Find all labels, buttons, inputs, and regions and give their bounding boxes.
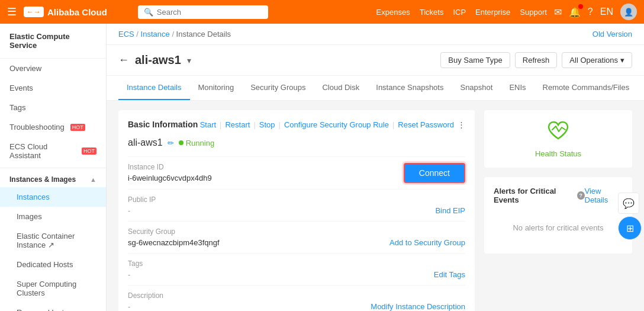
edit-name-icon[interactable]: ✏ (168, 139, 174, 148)
tab-remote-commands[interactable]: Remote Commands/Files (534, 76, 638, 100)
field-tags: Tags - Edit Tags (128, 253, 465, 285)
sidebar-item-ecs-cloud-assistant[interactable]: ECS Cloud Assistant HOT (0, 137, 106, 165)
modify-description-action[interactable]: Modify Instance Description (371, 302, 465, 311)
add-security-group-action[interactable]: Add to Security Group (389, 238, 465, 247)
grid-float-button[interactable]: ⊞ (618, 216, 642, 240)
email-icon[interactable]: ✉ (554, 7, 562, 18)
instances-images-children: Instances Images Elastic Container Insta… (0, 186, 106, 311)
sidebar: Elastic Compute Service Overview Events … (0, 24, 107, 311)
page-title: ali-aws1 (135, 53, 181, 67)
tags-value: - (128, 270, 143, 279)
restart-action[interactable]: Restart (225, 120, 250, 129)
breadcrumb-sep-1: / (136, 30, 140, 39)
tab-snapshot[interactable]: Snapshot (452, 76, 501, 100)
sidebar-item-events[interactable]: Events (0, 78, 106, 98)
tab-instance-details[interactable]: Instance Details (118, 76, 190, 100)
reset-password-action[interactable]: Reset Password (398, 120, 454, 129)
avatar[interactable]: 👤 (620, 4, 637, 20)
instances-images-section[interactable]: Instances & Images ▲ (0, 171, 106, 186)
tab-security-groups[interactable]: Security Groups (242, 76, 314, 100)
page-title-row: ← ali-aws1 ▾ (118, 53, 191, 67)
tags-label: Tags (128, 259, 143, 268)
content-main: Basic Information Start | Restart | Stop… (118, 110, 475, 311)
description-value: - (128, 302, 163, 311)
header-actions: Buy Same Type Refresh All Operations ▾ (440, 52, 632, 68)
sidebar-item-instances[interactable]: Instances (0, 187, 106, 207)
field-instance-id: Instance ID i-6weinlugc6vcvdpx4dh9 Conne… (128, 156, 465, 189)
tab-instance-snapshots[interactable]: Instance Snapshots (368, 76, 452, 100)
back-button[interactable]: ← (118, 54, 129, 66)
content-side: Health Status Alerts for Critical Events… (484, 110, 632, 311)
main-content: ECS / Instance / Instance Details Old Ve… (107, 24, 644, 311)
hamburger-menu[interactable]: ☰ (7, 5, 17, 18)
breadcrumb-ecs[interactable]: ECS (118, 30, 134, 39)
tab-cloud-disk[interactable]: Cloud Disk (314, 76, 368, 100)
search-bar[interactable]: 🔍 (138, 5, 268, 19)
notification-icon[interactable]: 🔔 (569, 7, 581, 18)
alerts-info-icon[interactable]: ? (577, 191, 585, 200)
breadcrumb-instance[interactable]: Instance (141, 30, 170, 39)
description-label: Description (128, 291, 163, 300)
sidebar-item-super-computing[interactable]: Super Computing Clusters (0, 274, 106, 303)
help-icon[interactable]: ? (588, 7, 593, 17)
security-group-value: sg-6wecnazcbipm4e3fqngf (128, 238, 220, 247)
refresh-button[interactable]: Refresh (515, 52, 558, 68)
content-area: Basic Information Start | Restart | Stop… (107, 101, 644, 311)
nav-support[interactable]: Support (520, 8, 547, 17)
collapse-instances-icon[interactable]: ▲ (90, 176, 96, 183)
status-dot (179, 140, 183, 145)
edit-tags-action[interactable]: Edit Tags (434, 270, 465, 279)
sidebar-item-elastic-container[interactable]: Elastic Container Instance ↗ (0, 226, 106, 255)
logo: ←→ Alibaba Cloud (24, 7, 107, 17)
chat-float-button[interactable]: 💬 (618, 193, 639, 214)
sidebar-item-reserved-instances[interactable]: Reserved Instances (0, 303, 106, 311)
sidebar-item-troubleshooting[interactable]: Troubleshooting HOT (0, 117, 106, 137)
status-badge: Running (179, 139, 214, 148)
sidebar-title: Elastic Compute Service (0, 24, 106, 59)
sidebar-item-overview[interactable]: Overview (0, 59, 106, 78)
health-icon (494, 120, 623, 146)
health-label: Health Status (494, 149, 623, 158)
all-operations-icon: ▾ (620, 56, 624, 65)
basic-info-card: Basic Information Start | Restart | Stop… (118, 110, 475, 311)
field-public-ip: Public IP - Bind EIP (128, 189, 465, 221)
lang-switcher[interactable]: EN (600, 7, 613, 17)
nav-icp[interactable]: ICP (453, 8, 466, 17)
logo-text: Alibaba Cloud (47, 7, 107, 17)
nav-enterprise[interactable]: Enterprise (475, 8, 510, 17)
search-input[interactable] (157, 8, 257, 17)
field-security-group: Security Group sg-6wecnazcbipm4e3fqngf A… (128, 221, 465, 253)
elastic-container-label: Elastic Container Instance ↗ (17, 232, 96, 249)
sidebar-item-dedicated-hosts[interactable]: Dedicated Hosts (0, 255, 106, 274)
instance-id-label: Instance ID (128, 163, 212, 171)
buy-same-type-button[interactable]: Buy Same Type (440, 52, 510, 68)
alerts-card: Alerts for Critical Events ? View Detail… (484, 177, 632, 254)
sidebar-item-tags[interactable]: Tags (0, 98, 106, 117)
instance-name-row: ali-aws1 ✏ Running (128, 137, 465, 148)
events-label: Events (9, 84, 33, 92)
connect-button[interactable]: Connect (404, 163, 465, 183)
stop-action[interactable]: Stop (259, 120, 275, 129)
old-version[interactable]: Old Version (593, 30, 632, 39)
view-details-link[interactable]: View Details (585, 187, 623, 204)
connect-btn-wrap: Connect (404, 163, 465, 183)
all-operations-button[interactable]: All Operations ▾ (562, 52, 632, 68)
nav-icons: ✉ 🔔 ? EN 👤 (554, 4, 637, 20)
start-action[interactable]: Start (200, 120, 216, 129)
hot-badge-2: HOT (82, 148, 96, 155)
more-actions-icon[interactable]: ⋮ (458, 120, 465, 129)
tab-enis[interactable]: ENIs (501, 76, 534, 100)
logo-icon: ←→ (24, 7, 44, 17)
tab-monitoring[interactable]: Monitoring (190, 76, 243, 100)
dedicated-hosts-label: Dedicated Hosts (17, 260, 73, 269)
nav-tickets[interactable]: Tickets (420, 8, 444, 17)
bind-eip-action[interactable]: Bind EIP (435, 206, 465, 215)
overview-label: Overview (9, 64, 41, 73)
nav-expenses[interactable]: Expenses (376, 8, 410, 17)
sidebar-item-images[interactable]: Images (0, 207, 106, 226)
title-dropdown-icon[interactable]: ▾ (187, 56, 191, 65)
hot-badge: HOT (70, 124, 85, 131)
tags-label: Tags (9, 103, 25, 112)
configure-security-group-action[interactable]: Configure Security Group Rule (284, 120, 389, 129)
instance-id-value: i-6weinlugc6vcvdpx4dh9 (128, 174, 212, 182)
